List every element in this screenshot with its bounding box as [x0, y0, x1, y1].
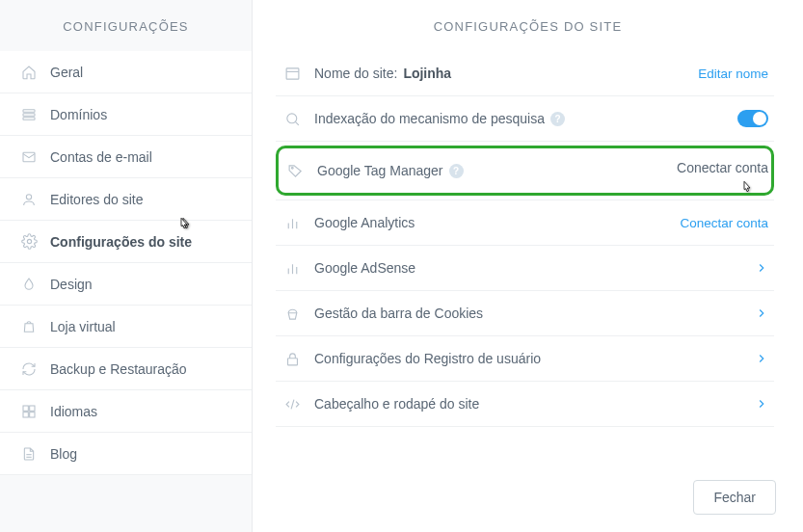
lock-icon	[281, 348, 303, 369]
svg-line-15	[295, 121, 299, 125]
row-header-footer[interactable]: Cabeçalho e rodapé do site	[276, 382, 774, 427]
chevron-right-icon	[755, 397, 768, 411]
svg-rect-1	[23, 113, 35, 116]
svg-rect-8	[23, 412, 28, 416]
cookies-label: Gestão da barra de Cookies	[314, 306, 755, 321]
sidebar-item-label: Domínios	[50, 107, 232, 122]
row-adsense[interactable]: Google AdSense	[276, 246, 774, 291]
site-name-prefix: Nome do site:	[314, 66, 397, 81]
search-indexing-toggle[interactable]	[737, 110, 768, 127]
droplet-icon	[19, 275, 39, 294]
svg-point-14	[286, 113, 296, 122]
svg-rect-23	[287, 358, 297, 364]
sidebar-title: CONFIGURAÇÕES	[0, 0, 252, 51]
sidebar-item-label: Geral	[50, 65, 232, 80]
sidebar-item-label: Contas de e-mail	[50, 149, 232, 165]
user-reg-label: Configurações do Registro de usuário	[314, 351, 755, 366]
sidebar-item-design[interactable]: Design	[0, 263, 252, 306]
chart-bar-icon	[281, 257, 303, 279]
help-icon[interactable]: ?	[550, 112, 565, 126]
sidebar-item-general[interactable]: Geral	[0, 51, 252, 93]
sidebar-item-label: Blog	[50, 446, 232, 462]
svg-rect-3	[23, 152, 35, 161]
chart-bar-icon	[281, 212, 303, 233]
user-icon	[19, 190, 39, 209]
chevron-right-icon	[755, 306, 768, 320]
sidebar-item-site-settings[interactable]: Configurações do site	[0, 221, 252, 263]
svg-rect-9	[30, 412, 35, 416]
settings-rows: Nome do site: Lojinha Editar nome Indexa…	[253, 51, 803, 427]
svg-rect-7	[30, 406, 35, 411]
sidebar-item-label: Backup e Restauração	[50, 361, 232, 377]
row-user-registration[interactable]: Configurações do Registro de usuário	[276, 336, 774, 382]
mail-icon	[19, 147, 39, 167]
sidebar-item-languages[interactable]: Idiomas	[0, 390, 252, 433]
svg-line-24	[291, 399, 294, 409]
document-icon	[19, 444, 39, 464]
site-name-value: Lojinha	[403, 66, 451, 81]
ga-connect-link[interactable]: Conectar conta	[680, 216, 768, 230]
refresh-icon	[19, 359, 39, 379]
gear-icon	[19, 232, 39, 252]
bag-icon	[19, 317, 39, 336]
svg-point-5	[27, 239, 31, 243]
row-site-name: Nome do site: Lojinha Editar nome	[276, 51, 774, 96]
svg-rect-2	[23, 117, 35, 120]
sidebar-item-editors[interactable]: Editores do site	[0, 178, 252, 221]
chevron-right-icon	[755, 261, 768, 275]
help-icon[interactable]: ?	[449, 164, 464, 178]
footer: Fechar	[253, 463, 803, 532]
svg-point-4	[26, 194, 31, 199]
ga-label: Google Analytics	[314, 215, 680, 230]
svg-rect-6	[23, 406, 28, 411]
main-panel: CONFIGURAÇÕES DO SITE Nome do site: Loji…	[253, 0, 803, 532]
row-gtm-action: Google Analytics Conectar conta	[276, 200, 774, 246]
search-icon	[281, 108, 303, 129]
sidebar: CONFIGURAÇÕES Geral Domínios Contas de e…	[0, 0, 253, 532]
svg-rect-12	[286, 67, 299, 78]
tag-icon	[284, 160, 306, 181]
sidebar-item-backup[interactable]: Backup e Restauração	[0, 348, 252, 390]
grid-icon	[19, 402, 39, 421]
header-footer-label: Cabeçalho e rodapé do site	[314, 396, 755, 412]
sidebar-item-label: Loja virtual	[50, 319, 232, 334]
close-button[interactable]: Fechar	[693, 480, 776, 515]
sidebar-item-label: Design	[50, 277, 232, 292]
home-icon	[19, 63, 39, 82]
sidebar-item-domains[interactable]: Domínios	[0, 93, 252, 136]
code-icon	[281, 393, 303, 414]
sidebar-item-blog[interactable]: Blog	[0, 433, 252, 475]
sidebar-item-label: Editores do site	[50, 192, 232, 207]
row-cookies[interactable]: Gestão da barra de Cookies	[276, 291, 774, 336]
sidebar-item-label: Configurações do site	[50, 234, 232, 250]
sidebar-item-store[interactable]: Loja virtual	[0, 306, 252, 348]
chevron-right-icon	[755, 352, 768, 365]
row-search-indexing: Indexação do mecanismo de pesquisa ?	[276, 96, 774, 142]
browser-icon	[281, 63, 303, 84]
sidebar-item-email[interactable]: Contas de e-mail	[0, 136, 252, 178]
adsense-label: Google AdSense	[314, 260, 755, 276]
sidebar-item-label: Idiomas	[50, 404, 232, 419]
cupcake-icon	[281, 303, 303, 324]
svg-point-16	[291, 167, 293, 169]
gtm-connect-link[interactable]: Conectar conta	[677, 160, 768, 175]
main-title: CONFIGURAÇÕES DO SITE	[253, 0, 803, 51]
site-name-label: Nome do site: Lojinha	[314, 66, 698, 81]
edit-name-link[interactable]: Editar nome	[698, 66, 768, 81]
svg-rect-0	[23, 109, 35, 112]
search-indexing-label: Indexação do mecanismo de pesquisa ?	[314, 111, 737, 126]
stack-icon	[19, 105, 39, 124]
